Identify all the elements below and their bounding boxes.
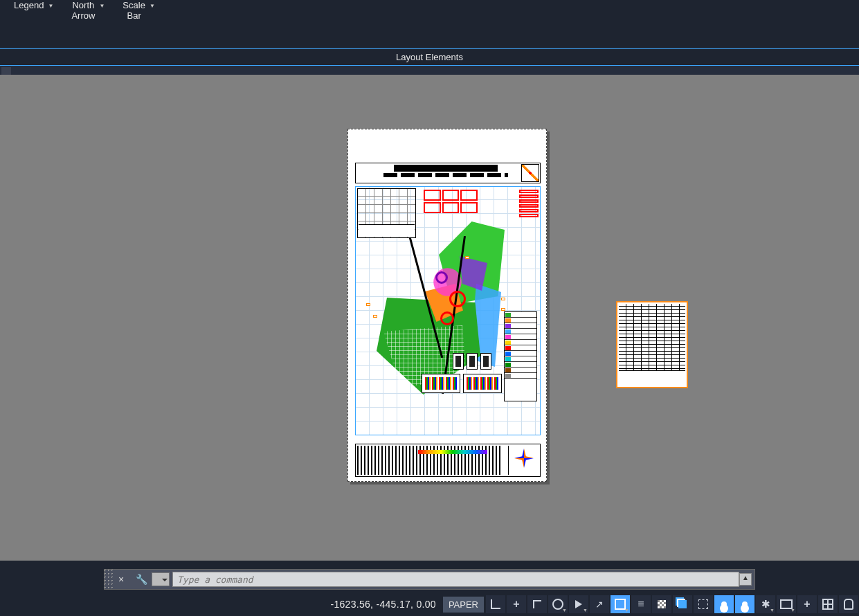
- detached-legend-table[interactable]: [616, 301, 688, 388]
- wrench-icon[interactable]: 🔧: [134, 574, 149, 585]
- status-toggle-group: ▼ ▼ ▼ ▼ ▼: [485, 592, 859, 616]
- monitor-icon[interactable]: ▼: [777, 595, 796, 613]
- paperspace-canvas[interactable]: [0, 75, 859, 561]
- ribbon-sublabel: Bar: [127, 10, 141, 21]
- data-cells: [424, 190, 478, 213]
- person2-icon[interactable]: [735, 595, 754, 613]
- ribbon-label: North: [72, 0, 94, 10]
- marker-ring: [440, 311, 454, 325]
- north-arrow-icon: [521, 164, 539, 182]
- title-text-bar: [394, 165, 498, 172]
- ribbon-scale-bar-button[interactable]: Scale Bar ▼: [109, 0, 159, 48]
- map-label: [465, 256, 469, 259]
- map-label: [501, 298, 505, 300]
- map-legend: [504, 311, 537, 401]
- footer-strip: [355, 444, 541, 477]
- map-viewport[interactable]: [355, 186, 541, 435]
- angle-snap-icon[interactable]: ▼: [569, 595, 588, 613]
- grip-handle-icon[interactable]: [105, 570, 114, 589]
- symbol-row: [453, 353, 494, 370]
- ribbon-panel-label: Layout Elements: [0, 48, 859, 66]
- space-mode-button[interactable]: PAPER: [443, 597, 484, 613]
- mini-chart: [422, 374, 460, 393]
- color-swatches: [418, 450, 487, 454]
- marker-ring: [435, 271, 448, 284]
- ribbon-north-arrow-button[interactable]: North Arrow ▼: [57, 0, 109, 48]
- ribbon-label: Scale: [123, 0, 145, 10]
- gear-icon[interactable]: ▼: [756, 595, 775, 613]
- ribbon-legend-button[interactable]: Legend ▼: [0, 0, 57, 48]
- plus-icon[interactable]: [797, 595, 817, 613]
- command-history-icon[interactable]: [152, 572, 170, 586]
- subtitle-text-bar: [383, 173, 508, 177]
- chevron-down-icon: ▼: [99, 3, 105, 9]
- map-label: [501, 308, 505, 311]
- db-icon[interactable]: [839, 595, 858, 613]
- side-cells: [519, 190, 539, 219]
- person-icon[interactable]: [714, 595, 734, 613]
- chevron-down-icon: ▼: [150, 3, 155, 9]
- linework-icon[interactable]: [590, 595, 609, 613]
- selection-icon[interactable]: [694, 595, 713, 613]
- layout-sheet[interactable]: [347, 129, 547, 482]
- corner-snap-icon[interactable]: [486, 595, 505, 613]
- ribbon-sublabel: Arrow: [71, 10, 95, 21]
- map-label: [373, 315, 377, 318]
- marker-ring: [449, 291, 466, 307]
- layers-icon[interactable]: [673, 595, 692, 613]
- layout-content: [348, 129, 546, 481]
- title-block: [355, 163, 541, 183]
- circle-snap-icon[interactable]: ▼: [548, 595, 568, 613]
- lines-menu-icon[interactable]: [631, 595, 651, 613]
- chevron-up-icon[interactable]: ▲: [739, 573, 752, 586]
- legend-table-footer: [619, 370, 685, 386]
- grid-icon[interactable]: [818, 595, 838, 613]
- close-icon[interactable]: ×: [114, 574, 128, 585]
- ribbon: Legend ▼ North Arrow ▼ Scale Bar ▼: [0, 0, 859, 48]
- ribbon-label: Legend: [14, 0, 44, 10]
- north-arrow-large-icon: [508, 446, 539, 475]
- status-bar: -1623.56, -445.17, 0.00 PAPER ▼ ▼ ▼ ▼ ▼: [0, 592, 859, 616]
- transparency-icon[interactable]: [652, 595, 671, 613]
- mini-chart: [463, 374, 502, 393]
- chevron-down-icon: ▼: [48, 3, 53, 9]
- perpendicular-icon[interactable]: [527, 595, 547, 613]
- coordinate-readout: -1623.56, -445.17, 0.00: [323, 599, 442, 610]
- plus-snap-icon[interactable]: [507, 595, 526, 613]
- map-label: [366, 303, 370, 306]
- command-input[interactable]: [172, 572, 739, 587]
- command-line: × 🔧 ▲: [104, 569, 755, 590]
- square-snap-icon[interactable]: ▼: [611, 595, 630, 613]
